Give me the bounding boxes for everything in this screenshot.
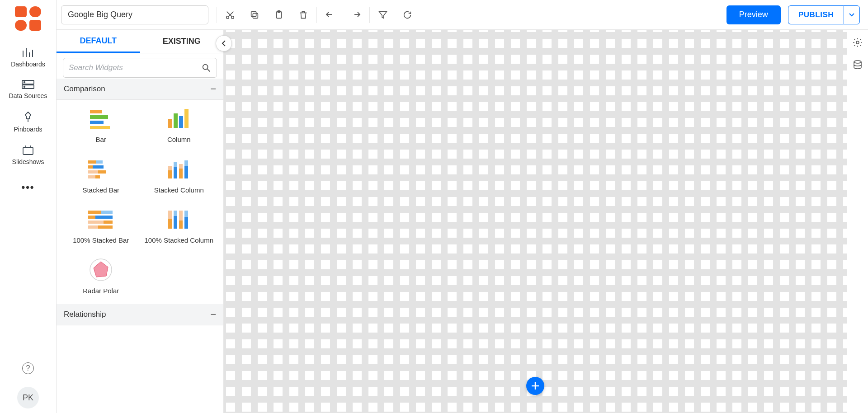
avatar[interactable]: PK xyxy=(17,387,39,408)
widget-panel: DEFAULT EXISTING Comparison − Bar xyxy=(57,30,224,413)
svg-rect-52 xyxy=(88,216,95,219)
svg-rect-54 xyxy=(88,221,104,224)
svg-rect-59 xyxy=(168,219,172,229)
svg-marker-68 xyxy=(94,262,108,277)
help-button[interactable]: ? xyxy=(22,362,34,374)
search-widgets-input[interactable] xyxy=(69,63,201,72)
svg-point-72 xyxy=(854,61,861,63)
nav-label: Pinboards xyxy=(14,126,42,133)
chevron-left-icon xyxy=(222,40,226,47)
dashboard-title-input[interactable] xyxy=(61,5,208,24)
section-relationship-header[interactable]: Relationship − xyxy=(57,304,223,325)
widget-radar-polar[interactable]: Radar Polar xyxy=(66,258,137,296)
nav-dashboards[interactable]: Dashboards xyxy=(11,47,45,68)
paste-icon[interactable] xyxy=(274,10,284,20)
svg-rect-28 xyxy=(90,121,104,124)
svg-rect-41 xyxy=(95,175,100,178)
svg-rect-33 xyxy=(184,109,189,128)
widget-column[interactable]: Column xyxy=(144,106,215,144)
full-stacked-bar-icon xyxy=(87,209,114,230)
svg-rect-27 xyxy=(90,115,108,119)
svg-rect-39 xyxy=(98,170,106,174)
collapse-panel-button[interactable] xyxy=(216,35,232,52)
redo-icon[interactable] xyxy=(350,10,361,19)
svg-rect-36 xyxy=(88,165,93,169)
widget-label: Stacked Bar xyxy=(82,186,119,195)
delete-icon[interactable] xyxy=(298,10,308,20)
refresh-icon[interactable] xyxy=(402,10,412,20)
svg-rect-20 xyxy=(253,13,258,18)
svg-rect-56 xyxy=(88,225,98,229)
design-canvas[interactable] xyxy=(224,30,847,413)
preview-button[interactable]: Preview xyxy=(726,5,781,24)
svg-rect-21 xyxy=(251,11,256,16)
svg-rect-57 xyxy=(98,225,113,229)
search-icon[interactable] xyxy=(201,63,211,73)
nav-slideshows[interactable]: Slideshows xyxy=(12,145,44,165)
svg-rect-37 xyxy=(93,165,104,169)
svg-rect-50 xyxy=(88,211,101,214)
app-logo xyxy=(15,6,41,31)
svg-rect-49 xyxy=(184,160,188,166)
svg-rect-35 xyxy=(96,160,103,164)
widget-100-stacked-column[interactable]: 100% Stacked Column xyxy=(144,207,215,245)
dashboards-icon xyxy=(21,47,35,58)
separator xyxy=(316,7,317,23)
filter-icon[interactable] xyxy=(378,10,388,20)
separator xyxy=(369,7,370,23)
svg-rect-29 xyxy=(90,126,110,129)
bar-chart-icon xyxy=(88,108,113,129)
publish-dropdown-button[interactable] xyxy=(844,5,860,24)
avatar-initials: PK xyxy=(23,393,33,403)
svg-rect-51 xyxy=(101,211,113,214)
add-widget-fab[interactable] xyxy=(526,377,544,395)
svg-rect-13 xyxy=(23,147,33,155)
undo-icon[interactable] xyxy=(325,10,336,19)
svg-rect-45 xyxy=(174,162,177,167)
svg-rect-2 xyxy=(15,20,27,31)
svg-rect-48 xyxy=(184,166,188,178)
copy-icon[interactable] xyxy=(250,10,259,20)
svg-rect-0 xyxy=(15,6,27,17)
nav-pinboards[interactable]: Pinboards xyxy=(14,111,42,133)
tab-default[interactable]: DEFAULT xyxy=(57,30,140,53)
svg-point-11 xyxy=(24,86,25,88)
svg-rect-26 xyxy=(90,110,102,113)
svg-rect-38 xyxy=(88,170,98,174)
svg-rect-65 xyxy=(184,217,188,229)
left-nav: Dashboards Data Sources Pinboards Slides… xyxy=(0,0,57,413)
svg-rect-53 xyxy=(95,216,113,219)
svg-rect-46 xyxy=(179,169,183,178)
svg-rect-42 xyxy=(168,170,172,178)
svg-rect-30 xyxy=(168,119,172,128)
nav-data-sources[interactable]: Data Sources xyxy=(9,80,47,99)
widget-label: 100% Stacked Column xyxy=(144,236,213,245)
svg-rect-63 xyxy=(179,221,183,229)
nav-more[interactable]: ••• xyxy=(21,182,34,193)
radar-polar-icon xyxy=(88,257,113,282)
widget-stacked-bar[interactable]: Stacked Bar xyxy=(66,157,137,195)
right-rail xyxy=(847,30,868,413)
pinboards-icon xyxy=(23,111,33,123)
widget-stacked-column[interactable]: Stacked Column xyxy=(144,157,215,195)
database-icon[interactable] xyxy=(852,60,863,70)
stacked-column-icon xyxy=(166,158,192,180)
svg-rect-47 xyxy=(179,164,183,169)
svg-rect-58 xyxy=(168,211,172,219)
tab-existing[interactable]: EXISTING xyxy=(140,30,224,53)
full-stacked-column-icon xyxy=(166,208,192,230)
svg-rect-40 xyxy=(88,175,95,178)
section-comparison-header[interactable]: Comparison − xyxy=(57,79,223,100)
svg-point-24 xyxy=(203,65,208,70)
svg-rect-43 xyxy=(168,166,172,170)
cut-icon[interactable] xyxy=(225,10,235,20)
widget-bar[interactable]: Bar xyxy=(66,106,137,144)
widget-label: Column xyxy=(167,135,191,144)
settings-icon[interactable] xyxy=(852,37,863,48)
svg-rect-61 xyxy=(174,216,177,229)
widget-100-stacked-bar[interactable]: 100% Stacked Bar xyxy=(66,207,137,245)
stacked-bar-icon xyxy=(87,159,114,179)
svg-rect-32 xyxy=(179,116,183,128)
publish-button[interactable]: PUBLISH xyxy=(788,5,844,24)
svg-rect-34 xyxy=(88,160,96,164)
